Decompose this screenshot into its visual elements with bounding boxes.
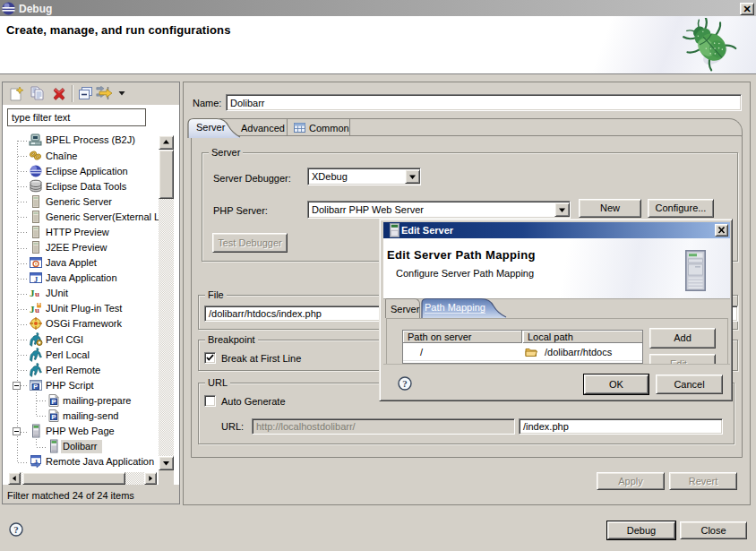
svg-text:P: P: [51, 413, 56, 421]
svg-text:P: P: [51, 398, 56, 406]
svg-text:u: u: [35, 289, 39, 298]
svg-text:?: ?: [402, 378, 408, 389]
svg-text:?: ?: [13, 524, 19, 535]
svg-text:P: P: [33, 383, 38, 390]
